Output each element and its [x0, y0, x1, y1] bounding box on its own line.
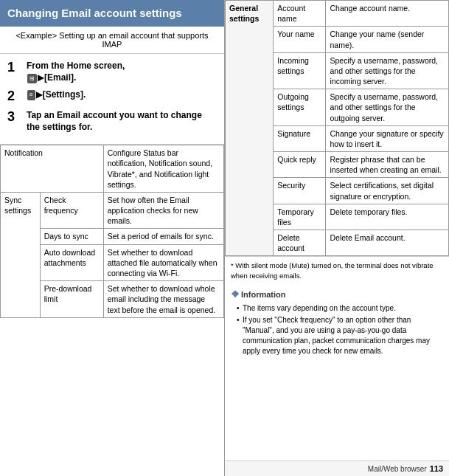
- info-item-1-text: The items vary depending on the account …: [243, 304, 396, 312]
- outgoing-label: Outgoing settings: [274, 89, 326, 126]
- left-settings-table: Notification Configure Status bar notifi…: [0, 145, 224, 317]
- step-3-text: Tap an Email account you want to change …: [27, 109, 217, 134]
- general-header-row: General settings Account name Change acc…: [226, 1, 449, 27]
- outgoing-desc: Specify a username, password, and other …: [326, 89, 449, 126]
- info-item-1: The items vary depending on the account …: [237, 303, 443, 314]
- steps-section: 1 From the Home screen, ⊞▶[Email]. 2 ≡▶[…: [0, 54, 224, 145]
- your-name-label: Your name: [274, 27, 326, 52]
- sync-label: Sync settings: [1, 192, 41, 317]
- auto-download-label: Auto download attachments: [40, 244, 103, 281]
- step-3-num: 3: [7, 109, 22, 125]
- temp-files-desc: Delete temporary files.: [326, 204, 449, 230]
- info-title-text: Information: [241, 290, 286, 299]
- subtitle-text: <Example> Setting up an email account th…: [15, 31, 208, 49]
- notification-label: Notification: [1, 145, 104, 193]
- menu-icon-box: ≡: [27, 90, 35, 100]
- info-section: ❖Information The items vary depending on…: [225, 284, 449, 362]
- notification-desc: Configure Status bar notification, Notif…: [103, 145, 223, 193]
- info-diamond-icon: ❖: [231, 289, 240, 300]
- home-icon-box: ⊞: [27, 74, 37, 83]
- left-subtitle: <Example> Setting up an email account th…: [0, 27, 224, 54]
- check-freq-label: Check frequency: [40, 192, 103, 229]
- security-desc: Select certifications, set digital signa…: [326, 178, 449, 204]
- quick-reply-desc: Register phrase that can be inserted whe…: [326, 152, 449, 178]
- step-2-num: 2: [7, 89, 22, 105]
- sync-check-freq-row: Sync settings Check frequency Set how of…: [1, 192, 224, 229]
- right-settings-table: General settings Account name Change acc…: [225, 0, 449, 256]
- security-label: Security: [274, 178, 326, 204]
- info-list: The items vary depending on the account …: [231, 303, 443, 356]
- your-name-desc: Change your name (sender name).: [326, 27, 449, 52]
- auto-download-desc: Set whether to download attached file au…: [103, 244, 223, 281]
- footnote: * With silent mode (Mute) turned on, the…: [225, 256, 449, 284]
- info-item-2: If you set "Check frequency" to an optio…: [237, 315, 443, 356]
- days-to-sync-label: Days to sync: [40, 229, 103, 244]
- left-panel: Changing Email account settings <Example…: [0, 0, 225, 476]
- info-item-2-text: If you set "Check frequency" to an optio…: [243, 316, 430, 355]
- incoming-label: Incoming settings: [274, 52, 326, 89]
- delete-account-desc: Delete Email account.: [326, 230, 449, 256]
- left-header-text: Changing Email account settings: [7, 7, 182, 19]
- check-freq-desc: Set how often the Email application chec…: [103, 192, 223, 229]
- incoming-desc: Specify a username, password, and other …: [326, 52, 449, 89]
- footer-page: 113: [430, 464, 443, 473]
- step-1: 1 From the Home screen, ⊞▶[Email].: [7, 60, 217, 85]
- delete-account-label: Delete account: [274, 230, 326, 256]
- step-2: 2 ≡▶[Settings].: [7, 89, 217, 105]
- footnote-text: * With silent mode (Mute) turned on, the…: [231, 261, 434, 279]
- pre-download-desc: Set whether to download whole email incl…: [103, 281, 223, 318]
- step-2-text: ≡▶[Settings].: [27, 89, 217, 101]
- signature-label: Signature: [274, 125, 326, 151]
- step-1-num: 1: [7, 60, 22, 76]
- quick-reply-label: Quick reply: [274, 152, 326, 178]
- temp-files-label: Temporary files: [274, 204, 326, 230]
- account-name-label: Account name: [274, 1, 326, 27]
- notification-row: Notification Configure Status bar notifi…: [1, 145, 224, 193]
- signature-desc: Change your signature or specify how to …: [326, 125, 449, 151]
- general-section-label: General settings: [226, 1, 274, 256]
- left-header: Changing Email account settings: [0, 0, 224, 27]
- account-name-desc: Change account name.: [326, 1, 449, 27]
- footer-label: Mail/Web browser: [368, 465, 427, 473]
- page-footer: Mail/Web browser 113: [225, 461, 449, 476]
- info-title: ❖Information: [231, 288, 443, 301]
- step-1-text: From the Home screen, ⊞▶[Email].: [27, 60, 217, 85]
- right-panel: General settings Account name Change acc…: [225, 0, 449, 476]
- step-3: 3 Tap an Email account you want to chang…: [7, 109, 217, 134]
- pre-download-label: Pre-download limit: [40, 281, 103, 318]
- days-to-sync-desc: Set a period of emails for sync.: [103, 229, 223, 244]
